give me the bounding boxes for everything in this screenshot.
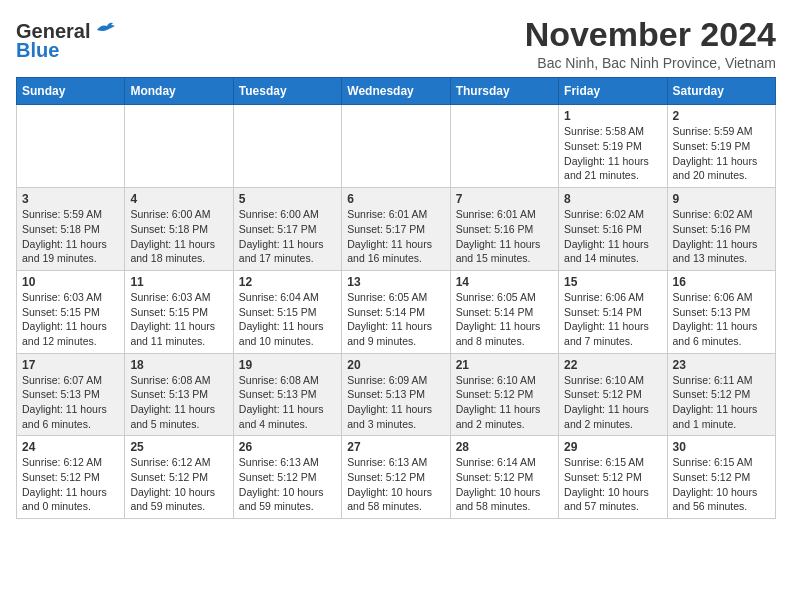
calendar-header-monday: Monday xyxy=(125,78,233,105)
calendar-cell: 5Sunrise: 6:00 AM Sunset: 5:17 PM Daylig… xyxy=(233,188,341,271)
day-number: 10 xyxy=(22,275,119,289)
logo-blue-text: Blue xyxy=(16,39,59,62)
calendar-cell: 13Sunrise: 6:05 AM Sunset: 5:14 PM Dayli… xyxy=(342,270,450,353)
day-info: Sunrise: 6:09 AM Sunset: 5:13 PM Dayligh… xyxy=(347,373,444,432)
calendar-cell: 26Sunrise: 6:13 AM Sunset: 5:12 PM Dayli… xyxy=(233,436,341,519)
day-number: 19 xyxy=(239,358,336,372)
day-info: Sunrise: 6:12 AM Sunset: 5:12 PM Dayligh… xyxy=(22,455,119,514)
day-number: 7 xyxy=(456,192,553,206)
calendar-cell: 27Sunrise: 6:13 AM Sunset: 5:12 PM Dayli… xyxy=(342,436,450,519)
calendar-cell: 9Sunrise: 6:02 AM Sunset: 5:16 PM Daylig… xyxy=(667,188,775,271)
day-info: Sunrise: 6:01 AM Sunset: 5:16 PM Dayligh… xyxy=(456,207,553,266)
day-info: Sunrise: 5:58 AM Sunset: 5:19 PM Dayligh… xyxy=(564,124,661,183)
title-block: November 2024 Bac Ninh, Bac Ninh Provinc… xyxy=(525,16,776,71)
calendar-cell xyxy=(450,105,558,188)
calendar-week-1: 1Sunrise: 5:58 AM Sunset: 5:19 PM Daylig… xyxy=(17,105,776,188)
calendar-cell xyxy=(233,105,341,188)
day-info: Sunrise: 6:11 AM Sunset: 5:12 PM Dayligh… xyxy=(673,373,770,432)
calendar-week-2: 3Sunrise: 5:59 AM Sunset: 5:18 PM Daylig… xyxy=(17,188,776,271)
day-info: Sunrise: 6:15 AM Sunset: 5:12 PM Dayligh… xyxy=(564,455,661,514)
calendar-cell: 7Sunrise: 6:01 AM Sunset: 5:16 PM Daylig… xyxy=(450,188,558,271)
day-number: 15 xyxy=(564,275,661,289)
day-number: 8 xyxy=(564,192,661,206)
day-info: Sunrise: 6:01 AM Sunset: 5:17 PM Dayligh… xyxy=(347,207,444,266)
day-number: 14 xyxy=(456,275,553,289)
day-info: Sunrise: 6:07 AM Sunset: 5:13 PM Dayligh… xyxy=(22,373,119,432)
day-number: 21 xyxy=(456,358,553,372)
day-info: Sunrise: 6:14 AM Sunset: 5:12 PM Dayligh… xyxy=(456,455,553,514)
day-number: 23 xyxy=(673,358,770,372)
day-info: Sunrise: 6:04 AM Sunset: 5:15 PM Dayligh… xyxy=(239,290,336,349)
day-number: 3 xyxy=(22,192,119,206)
calendar-cell: 15Sunrise: 6:06 AM Sunset: 5:14 PM Dayli… xyxy=(559,270,667,353)
calendar-cell: 1Sunrise: 5:58 AM Sunset: 5:19 PM Daylig… xyxy=(559,105,667,188)
day-number: 25 xyxy=(130,440,227,454)
day-number: 1 xyxy=(564,109,661,123)
day-number: 13 xyxy=(347,275,444,289)
calendar-cell: 18Sunrise: 6:08 AM Sunset: 5:13 PM Dayli… xyxy=(125,353,233,436)
calendar-table: SundayMondayTuesdayWednesdayThursdayFrid… xyxy=(16,77,776,519)
day-info: Sunrise: 6:03 AM Sunset: 5:15 PM Dayligh… xyxy=(130,290,227,349)
calendar-cell: 14Sunrise: 6:05 AM Sunset: 5:14 PM Dayli… xyxy=(450,270,558,353)
day-number: 4 xyxy=(130,192,227,206)
calendar-cell xyxy=(17,105,125,188)
calendar-cell: 24Sunrise: 6:12 AM Sunset: 5:12 PM Dayli… xyxy=(17,436,125,519)
logo-bird-icon xyxy=(93,22,115,38)
day-info: Sunrise: 6:13 AM Sunset: 5:12 PM Dayligh… xyxy=(347,455,444,514)
day-number: 17 xyxy=(22,358,119,372)
day-info: Sunrise: 6:08 AM Sunset: 5:13 PM Dayligh… xyxy=(130,373,227,432)
calendar-header-thursday: Thursday xyxy=(450,78,558,105)
day-number: 9 xyxy=(673,192,770,206)
day-info: Sunrise: 5:59 AM Sunset: 5:19 PM Dayligh… xyxy=(673,124,770,183)
day-info: Sunrise: 6:03 AM Sunset: 5:15 PM Dayligh… xyxy=(22,290,119,349)
calendar-cell: 17Sunrise: 6:07 AM Sunset: 5:13 PM Dayli… xyxy=(17,353,125,436)
day-info: Sunrise: 6:02 AM Sunset: 5:16 PM Dayligh… xyxy=(564,207,661,266)
day-info: Sunrise: 6:06 AM Sunset: 5:13 PM Dayligh… xyxy=(673,290,770,349)
day-number: 18 xyxy=(130,358,227,372)
day-info: Sunrise: 6:10 AM Sunset: 5:12 PM Dayligh… xyxy=(456,373,553,432)
calendar-cell: 21Sunrise: 6:10 AM Sunset: 5:12 PM Dayli… xyxy=(450,353,558,436)
calendar-header-wednesday: Wednesday xyxy=(342,78,450,105)
calendar-cell: 3Sunrise: 5:59 AM Sunset: 5:18 PM Daylig… xyxy=(17,188,125,271)
calendar-cell: 11Sunrise: 6:03 AM Sunset: 5:15 PM Dayli… xyxy=(125,270,233,353)
calendar-cell: 19Sunrise: 6:08 AM Sunset: 5:13 PM Dayli… xyxy=(233,353,341,436)
day-number: 2 xyxy=(673,109,770,123)
day-info: Sunrise: 6:12 AM Sunset: 5:12 PM Dayligh… xyxy=(130,455,227,514)
calendar-week-5: 24Sunrise: 6:12 AM Sunset: 5:12 PM Dayli… xyxy=(17,436,776,519)
calendar-cell: 25Sunrise: 6:12 AM Sunset: 5:12 PM Dayli… xyxy=(125,436,233,519)
calendar-cell: 10Sunrise: 6:03 AM Sunset: 5:15 PM Dayli… xyxy=(17,270,125,353)
day-number: 27 xyxy=(347,440,444,454)
day-number: 6 xyxy=(347,192,444,206)
day-number: 5 xyxy=(239,192,336,206)
calendar-header-friday: Friday xyxy=(559,78,667,105)
day-info: Sunrise: 6:00 AM Sunset: 5:18 PM Dayligh… xyxy=(130,207,227,266)
header: General Blue November 2024 Bac Ninh, Bac… xyxy=(16,16,776,71)
calendar-cell xyxy=(342,105,450,188)
calendar-header-sunday: Sunday xyxy=(17,78,125,105)
calendar-cell: 12Sunrise: 6:04 AM Sunset: 5:15 PM Dayli… xyxy=(233,270,341,353)
day-info: Sunrise: 6:05 AM Sunset: 5:14 PM Dayligh… xyxy=(456,290,553,349)
calendar-cell xyxy=(125,105,233,188)
day-info: Sunrise: 6:06 AM Sunset: 5:14 PM Dayligh… xyxy=(564,290,661,349)
day-info: Sunrise: 6:02 AM Sunset: 5:16 PM Dayligh… xyxy=(673,207,770,266)
day-info: Sunrise: 6:00 AM Sunset: 5:17 PM Dayligh… xyxy=(239,207,336,266)
calendar-cell: 4Sunrise: 6:00 AM Sunset: 5:18 PM Daylig… xyxy=(125,188,233,271)
calendar-cell: 22Sunrise: 6:10 AM Sunset: 5:12 PM Dayli… xyxy=(559,353,667,436)
calendar-cell: 2Sunrise: 5:59 AM Sunset: 5:19 PM Daylig… xyxy=(667,105,775,188)
calendar-header-row: SundayMondayTuesdayWednesdayThursdayFrid… xyxy=(17,78,776,105)
day-info: Sunrise: 5:59 AM Sunset: 5:18 PM Dayligh… xyxy=(22,207,119,266)
day-number: 28 xyxy=(456,440,553,454)
calendar-cell: 29Sunrise: 6:15 AM Sunset: 5:12 PM Dayli… xyxy=(559,436,667,519)
calendar-header-tuesday: Tuesday xyxy=(233,78,341,105)
calendar-week-4: 17Sunrise: 6:07 AM Sunset: 5:13 PM Dayli… xyxy=(17,353,776,436)
calendar-cell: 28Sunrise: 6:14 AM Sunset: 5:12 PM Dayli… xyxy=(450,436,558,519)
day-number: 30 xyxy=(673,440,770,454)
day-number: 20 xyxy=(347,358,444,372)
calendar-cell: 23Sunrise: 6:11 AM Sunset: 5:12 PM Dayli… xyxy=(667,353,775,436)
calendar-cell: 30Sunrise: 6:15 AM Sunset: 5:12 PM Dayli… xyxy=(667,436,775,519)
day-info: Sunrise: 6:08 AM Sunset: 5:13 PM Dayligh… xyxy=(239,373,336,432)
calendar-cell: 20Sunrise: 6:09 AM Sunset: 5:13 PM Dayli… xyxy=(342,353,450,436)
main-title: November 2024 xyxy=(525,16,776,53)
logo: General Blue xyxy=(16,20,115,62)
calendar-cell: 6Sunrise: 6:01 AM Sunset: 5:17 PM Daylig… xyxy=(342,188,450,271)
